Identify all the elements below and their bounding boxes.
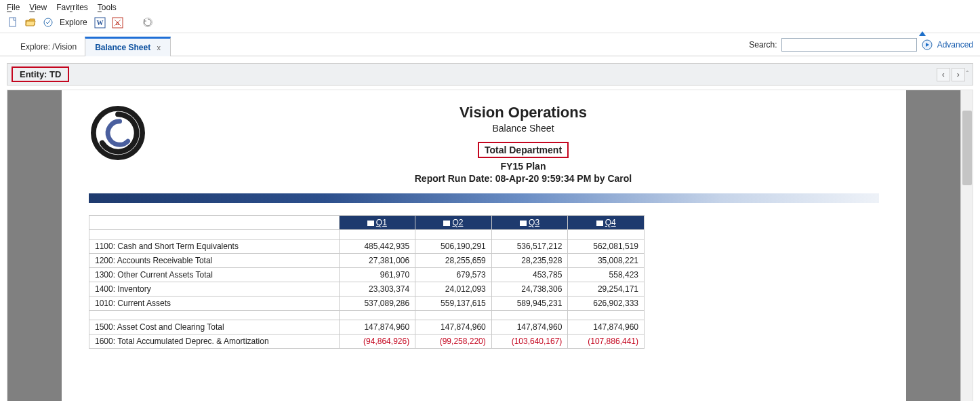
table-row: 1400: Inventory23,303,37424,012,09324,73… (89, 282, 645, 297)
caret-icon: ˆ (966, 71, 968, 78)
company-logo-icon (89, 104, 147, 162)
entity-nav: ‹ › ˆ (937, 68, 968, 81)
cell-value: 23,303,374 (339, 282, 415, 297)
row-label: 1300: Other Current Assets Total (89, 268, 340, 282)
table-row: 1010: Current Assets537,089,286559,137,6… (89, 297, 645, 311)
report-subtitle: Balance Sheet (167, 123, 879, 134)
up-arrow-icon (919, 31, 926, 36)
row-label: 1400: Inventory (89, 282, 340, 297)
balance-sheet-table: Q1 Q2 Q3 Q4 1100: Cash and Short Term Eq… (89, 215, 645, 349)
col-q1[interactable]: Q1 (339, 216, 415, 230)
vertical-scrollbar[interactable] (960, 90, 973, 401)
svg-text:A: A (116, 20, 120, 26)
advanced-link[interactable]: Advanced (937, 40, 973, 50)
row-label: 1600: Total Accumulated Deprec. & Amorti… (89, 335, 340, 349)
search-area: Search: Advanced (749, 38, 973, 56)
cell-value: 147,874,960 (491, 320, 568, 335)
search-input[interactable] (781, 38, 917, 52)
cell-value: 35,008,221 (568, 254, 645, 268)
cell-value: 679,573 (415, 268, 492, 282)
page-prev-button[interactable]: ‹ (937, 68, 950, 81)
table-row: 1200: Accounts Receivable Total27,381,00… (89, 254, 645, 268)
menu-bar: File View Favrrites Tools (0, 0, 980, 14)
sort-icon (596, 221, 603, 226)
report-plan: FY15 Plan (167, 161, 879, 172)
page-next-button[interactable]: › (952, 68, 965, 81)
cell-value: (94,864,926) (339, 335, 415, 349)
menu-tools[interactable]: Tools (98, 3, 117, 12)
table-row: 1300: Other Current Assets Total961,9706… (89, 268, 645, 282)
cell-value: 485,442,935 (339, 240, 415, 254)
cell-value: 558,423 (568, 268, 645, 282)
report-page: Vision Operations Balance Sheet Total De… (62, 90, 906, 401)
svg-rect-0 (9, 18, 16, 26)
table-row: 1500: Asset Cost and Clearing Total147,8… (89, 320, 645, 335)
cell-value: 626,902,333 (568, 297, 645, 311)
explore-icon[interactable] (42, 16, 54, 28)
toolbar: Explore W A (0, 14, 980, 33)
search-go-icon[interactable] (921, 39, 933, 51)
cell-value: 506,190,291 (415, 240, 492, 254)
open-folder-icon[interactable] (24, 16, 37, 28)
col-q2[interactable]: Q2 (415, 216, 492, 230)
cell-value: 29,254,171 (568, 282, 645, 297)
scrollbar-thumb[interactable] (962, 111, 972, 185)
row-label: 1200: Accounts Receivable Total (89, 254, 340, 268)
breadcrumb[interactable]: Explore: /Vision (7, 38, 85, 56)
row-label: 1500: Asset Cost and Clearing Total (89, 320, 340, 335)
viewer-gutter-left (7, 90, 62, 401)
tab-label: Balance Sheet (95, 43, 150, 52)
menu-favorites[interactable]: Favrrites (56, 3, 88, 12)
cell-value: 147,874,960 (568, 320, 645, 335)
cell-value: 28,235,928 (491, 254, 568, 268)
cell-value: 147,874,960 (339, 320, 415, 335)
tab-row: Explore: /Vision Balance Sheet x Search:… (0, 36, 980, 56)
cell-value: 24,012,093 (415, 282, 492, 297)
search-label: Search: (749, 40, 777, 50)
tab-balance-sheet[interactable]: Balance Sheet x (85, 37, 171, 56)
cell-value: 28,255,659 (415, 254, 492, 268)
cell-value: 961,970 (339, 268, 415, 282)
cell-value: 537,089,286 (339, 297, 415, 311)
cell-value: 453,785 (491, 268, 568, 282)
row-label: 1010: Current Assets (89, 297, 340, 311)
report-viewer: Vision Operations Balance Sheet Total De… (7, 90, 973, 401)
row-label: 1100: Cash and Short Term Equivalents (89, 240, 340, 254)
sort-icon (367, 221, 374, 226)
col-q4[interactable]: Q4 (568, 216, 645, 230)
app-root: { "menu": { "file": "File", "view": "Vie… (0, 0, 980, 401)
report-titles: Vision Operations Balance Sheet Total De… (167, 104, 879, 184)
entity-bar: Entity: TD ‹ › ˆ (7, 63, 973, 85)
word-export-icon[interactable]: W (94, 16, 106, 28)
cell-value: 559,137,615 (415, 297, 492, 311)
sort-icon (520, 221, 527, 226)
table-corner (89, 216, 340, 230)
cell-value: 27,381,006 (339, 254, 415, 268)
report-title: Vision Operations (167, 104, 879, 121)
table-row: 1100: Cash and Short Term Equivalents485… (89, 240, 645, 254)
svg-text:W: W (97, 19, 104, 26)
explore-label: Explore (60, 18, 87, 27)
table-row: 1600: Total Accumulated Deprec. & Amorti… (89, 335, 645, 349)
refresh-icon[interactable] (142, 16, 154, 28)
table-row (89, 311, 645, 320)
cell-value: (107,886,441) (568, 335, 645, 349)
new-document-icon[interactable] (7, 16, 19, 28)
gradient-divider (89, 193, 879, 203)
report-department: Total Department (478, 142, 569, 158)
pdf-export-icon[interactable]: A (112, 16, 124, 28)
cell-value: 562,081,519 (568, 240, 645, 254)
cell-value: 536,517,212 (491, 240, 568, 254)
col-q3[interactable]: Q3 (491, 216, 568, 230)
menu-view[interactable]: View (29, 3, 47, 12)
cell-value: 589,945,231 (491, 297, 568, 311)
viewer-gutter-right (906, 90, 960, 401)
sort-icon (443, 221, 450, 226)
cell-value: (103,640,167) (491, 335, 568, 349)
report-run-info: Report Run Date: 08-Apr-20 9:59:34 PM by… (167, 173, 879, 184)
report-header: Vision Operations Balance Sheet Total De… (89, 104, 879, 184)
entity-selector[interactable]: Entity: TD (12, 66, 69, 82)
menu-file[interactable]: File (7, 3, 20, 12)
tabs: Explore: /Vision Balance Sheet x (7, 36, 171, 56)
tab-close-icon[interactable]: x (157, 43, 161, 52)
